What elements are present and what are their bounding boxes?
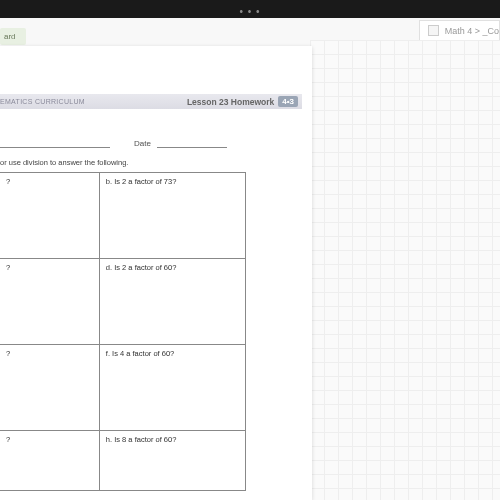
checkbox-icon[interactable] — [428, 25, 439, 36]
cell-g[interactable]: ? — [0, 431, 99, 491]
lesson-title: Lesson 23 Homework 4•3 — [187, 96, 298, 107]
cell-h[interactable]: h. Is 8 a factor of 60? — [99, 431, 245, 491]
instruction-text: or use division to answer the following. — [0, 158, 128, 167]
worksheet-header: EMATICS CURRICULUM Lesson 23 Homework 4•… — [0, 94, 302, 109]
date-label: Date — [134, 139, 151, 148]
overflow-dots-icon[interactable]: • • • — [239, 6, 260, 17]
canvas-grid — [310, 40, 500, 500]
table-row: ? b. Is 2 a factor of 73? — [0, 173, 246, 259]
question-grid: ? b. Is 2 a factor of 73? ? d. Is 2 a fa… — [0, 172, 246, 491]
lesson-title-text: Lesson 23 Homework — [187, 97, 274, 107]
breadcrumb[interactable]: Math 4 > _Co — [419, 20, 500, 41]
worksheet-page: EMATICS CURRICULUM Lesson 23 Homework 4•… — [0, 46, 312, 500]
cell-c[interactable]: ? — [0, 259, 99, 345]
cell-d[interactable]: d. Is 2 a factor of 60? — [99, 259, 245, 345]
table-row: ? d. Is 2 a factor of 60? — [0, 259, 246, 345]
cell-a[interactable]: ? — [0, 173, 99, 259]
table-row: ? f. Is 4 a factor of 60? — [0, 345, 246, 431]
cell-f[interactable]: f. Is 4 a factor of 60? — [99, 345, 245, 431]
tag-chip[interactable]: ard — [0, 28, 26, 45]
name-date-row: Date — [0, 138, 292, 148]
cell-e[interactable]: ? — [0, 345, 99, 431]
table-row: ? h. Is 8 a factor of 60? — [0, 431, 246, 491]
name-blank[interactable] — [0, 138, 110, 148]
breadcrumb-text: Math 4 > _Co — [445, 26, 499, 36]
module-badge: 4•3 — [278, 96, 298, 107]
cell-b[interactable]: b. Is 2 a factor of 73? — [99, 173, 245, 259]
date-blank[interactable] — [157, 138, 227, 148]
curriculum-label: EMATICS CURRICULUM — [0, 98, 85, 105]
